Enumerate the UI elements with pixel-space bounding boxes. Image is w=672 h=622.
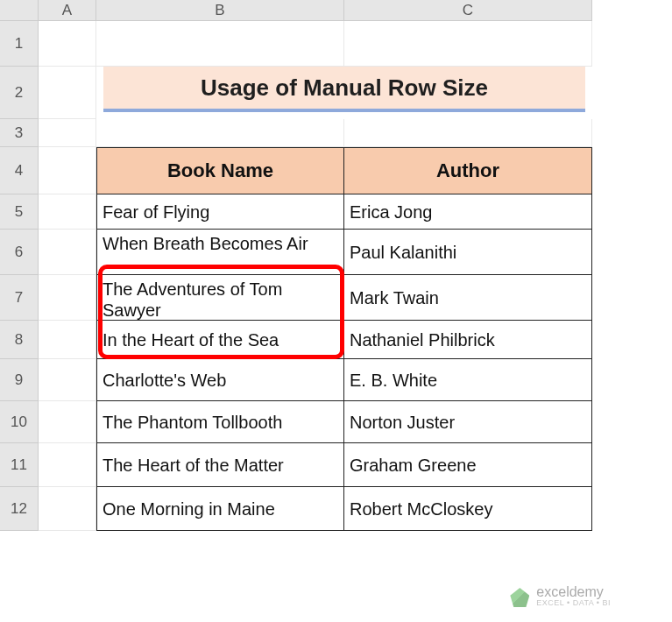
cell-author-4[interactable]: Nathaniel Philbrick — [344, 321, 592, 359]
watermark-tagline: EXCEL • DATA • BI — [536, 597, 611, 608]
col-header-A[interactable]: A — [39, 0, 96, 21]
row-header-1[interactable]: 1 — [0, 21, 39, 67]
cell-author-5[interactable]: E. B. White — [344, 359, 592, 401]
row-header-12[interactable]: 12 — [0, 487, 39, 531]
col-header-C[interactable]: C — [344, 0, 592, 21]
cell-A11[interactable] — [39, 443, 96, 487]
cell-A7[interactable] — [39, 275, 96, 321]
cell-A12[interactable] — [39, 487, 96, 531]
spreadsheet-grid: A B C 1 2 3 4 5 6 7 8 9 10 11 12 Usage o… — [0, 0, 672, 531]
cell-C3[interactable] — [344, 119, 592, 147]
cell-author-7[interactable]: Graham Greene — [344, 443, 592, 487]
logo-icon — [510, 588, 529, 607]
cell-B3[interactable] — [96, 119, 344, 147]
cell-C1[interactable] — [344, 21, 592, 67]
cell-book-7[interactable]: The Heart of the Matter — [96, 443, 344, 487]
cell-author-2[interactable]: Paul Kalanithi — [344, 230, 592, 275]
cell-book-8[interactable]: One Morning in Maine — [96, 487, 344, 531]
cell-A6[interactable] — [39, 230, 96, 275]
cell-A4[interactable] — [39, 147, 96, 194]
cell-A8[interactable] — [39, 321, 96, 359]
cell-book-6[interactable]: The Phantom Tollbooth — [96, 401, 344, 443]
cell-author-3[interactable]: Mark Twain — [344, 275, 592, 321]
cell-author-8[interactable]: Robert McCloskey — [344, 487, 592, 531]
col-header-B[interactable]: B — [96, 0, 344, 21]
cell-book-5[interactable]: Charlotte's Web — [96, 359, 344, 401]
sheet-title[interactable]: Usage of Manual Row Size — [103, 67, 585, 112]
row-header-7[interactable]: 7 — [0, 275, 39, 321]
row-header-3[interactable]: 3 — [0, 119, 39, 147]
cell-A3[interactable] — [39, 119, 96, 147]
cell-book-4[interactable]: In the Heart of the Sea — [96, 321, 344, 359]
cell-author-6[interactable]: Norton Juster — [344, 401, 592, 443]
table-header-book[interactable]: Book Name — [96, 147, 344, 194]
cell-A10[interactable] — [39, 401, 96, 443]
watermark: exceldemy EXCEL • DATA • BI — [510, 587, 611, 608]
row-header-11[interactable]: 11 — [0, 443, 39, 487]
select-all-corner[interactable] — [0, 0, 39, 21]
cell-book-3[interactable]: The Adventures of Tom Sawyer — [96, 275, 344, 321]
row-header-8[interactable]: 8 — [0, 321, 39, 359]
cell-book-1[interactable]: Fear of Flying — [96, 194, 344, 230]
row-header-9[interactable]: 9 — [0, 359, 39, 401]
cell-A1[interactable] — [39, 21, 96, 67]
cell-A2[interactable] — [39, 67, 96, 119]
cell-author-1[interactable]: Erica Jong — [344, 194, 592, 230]
cell-A5[interactable] — [39, 194, 96, 230]
row-header-2[interactable]: 2 — [0, 67, 39, 119]
row-header-10[interactable]: 10 — [0, 401, 39, 443]
cell-A9[interactable] — [39, 359, 96, 401]
row-header-5[interactable]: 5 — [0, 194, 39, 230]
table-header-author[interactable]: Author — [344, 147, 592, 194]
row-header-6[interactable]: 6 — [0, 230, 39, 275]
row-header-4[interactable]: 4 — [0, 147, 39, 194]
cell-B1[interactable] — [96, 21, 344, 67]
watermark-brand: exceldemy — [536, 587, 611, 597]
cell-book-2[interactable]: When Breath Becomes Air — [96, 230, 344, 275]
